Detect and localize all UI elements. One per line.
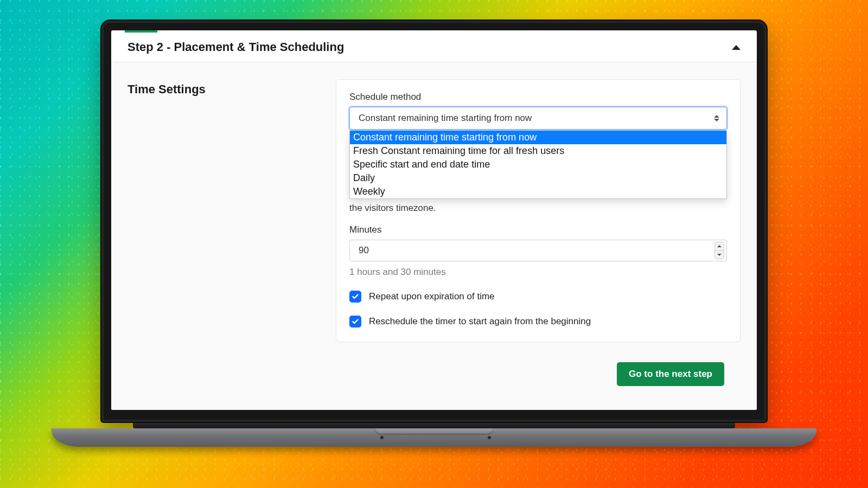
schedule-option[interactable]: Weekly — [350, 185, 726, 198]
minutes-label: Minutes — [349, 224, 727, 235]
minutes-input[interactable]: 90 — [349, 240, 727, 261]
schedule-option[interactable]: Daily — [350, 171, 726, 185]
step-title: Step 2 - Placement & Time Scheduling — [127, 40, 344, 54]
schedule-option[interactable]: Fresh Constant remaining time for all fr… — [350, 144, 726, 158]
laptop-hinge — [133, 423, 735, 428]
laptop-notch — [374, 428, 494, 435]
repeat-checkbox[interactable] — [349, 291, 361, 303]
footer: Go to the next step — [617, 362, 724, 386]
stepper-buttons — [714, 242, 724, 259]
repeat-label: Repeat upon expiration of time — [369, 291, 495, 302]
laptop-base — [52, 428, 816, 447]
accordion-header[interactable]: Step 2 - Placement & Time Scheduling — [111, 33, 757, 62]
reschedule-label: Reschedule the timer to start again from… — [369, 316, 591, 327]
schedule-method-select[interactable]: Constant remaining time starting from no… — [349, 107, 727, 130]
laptop-bezel: Step 2 - Placement & Time Scheduling Tim… — [100, 20, 768, 423]
reschedule-checkbox[interactable] — [349, 316, 361, 328]
updown-icon — [714, 115, 719, 121]
time-settings-card: Schedule method Constant remaining time … — [336, 79, 741, 342]
chevron-down-icon — [717, 254, 722, 256]
schedule-method-label: Schedule method — [349, 92, 727, 102]
next-step-button[interactable]: Go to the next step — [617, 362, 724, 386]
minutes-helper: 1 hours and 30 minutes — [349, 267, 727, 278]
schedule-option[interactable]: Constant remaining time starting from no… — [350, 131, 726, 144]
panel-body: Time Settings Schedule method Constant r… — [111, 63, 757, 410]
screen: Step 2 - Placement & Time Scheduling Tim… — [111, 30, 757, 410]
check-icon — [352, 293, 359, 300]
step-up-button[interactable] — [715, 242, 724, 251]
check-icon — [352, 318, 359, 325]
schedule-method-dropdown: Constant remaining time starting from no… — [349, 131, 727, 199]
settings-panel: Step 2 - Placement & Time Scheduling Tim… — [111, 33, 757, 410]
chevron-up-icon — [717, 245, 722, 247]
schedule-method-select-shell: Constant remaining time starting from no… — [349, 107, 727, 130]
section-title: Time Settings — [127, 79, 323, 397]
step-down-button[interactable] — [715, 251, 724, 259]
minutes-value: 90 — [359, 245, 369, 256]
schedule-option[interactable]: Specific start and end date time — [350, 158, 726, 171]
laptop-mockup: Step 2 - Placement & Time Scheduling Tim… — [100, 20, 768, 447]
collapse-icon — [732, 45, 741, 50]
schedule-method-value: Constant remaining time starting from no… — [359, 113, 532, 124]
